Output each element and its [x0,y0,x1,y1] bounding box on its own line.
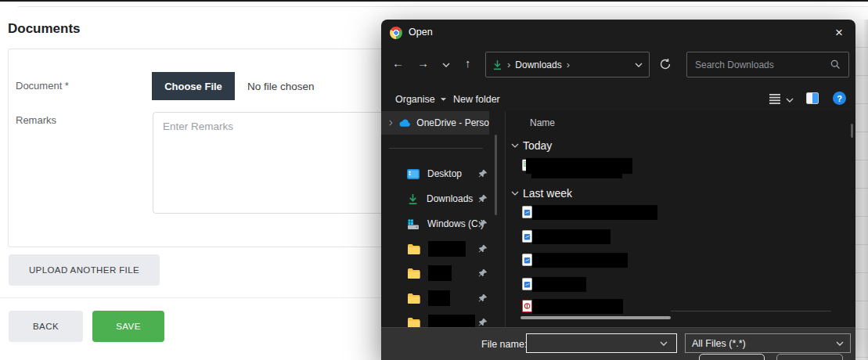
page-title: Documents [8,21,81,37]
redacted-file-name [532,253,628,268]
sidebar-separator [505,111,506,327]
horizontal-scrollbar[interactable] [520,316,671,319]
downloads-crumb-icon [492,59,502,70]
dialog-title: Open [409,27,433,38]
search-placeholder: Search Downloads [695,59,830,70]
file-name-chevron-icon[interactable] [660,341,668,346]
sidebar-item-folder[interactable] [381,239,505,258]
pin-icon [478,169,488,178]
document-field-label: Document * [16,80,69,92]
background-table-edge [855,20,868,360]
chrome-icon [390,27,402,39]
group-chevron-icon[interactable] [511,191,519,196]
pin-icon [478,194,488,203]
redacted-file-name [532,205,657,220]
remarks-field-label: Remarks [16,114,56,126]
help-icon[interactable]: ? [833,92,846,105]
onedrive-cloud-icon [399,118,411,128]
redacted-file-name [532,229,610,244]
sidebar-item-folder[interactable] [381,289,505,308]
file-row[interactable] [522,254,532,269]
file-type-select[interactable]: All Files (*.*) [685,333,851,353]
up-nav-icon[interactable]: ↑ [465,57,471,69]
breadcrumb-downloads[interactable]: Downloads [515,59,561,70]
sidebar-item-label: Desktop [427,168,462,179]
open-file-dialog: Open × ← → ↑ › Downloads › Search Downlo… [381,20,855,360]
sidebar-item-label: OneDrive - Perso [416,117,489,128]
pin-icon [478,244,488,254]
search-box[interactable]: Search Downloads [686,52,849,77]
organise-label: Organise [395,94,435,105]
folder-icon [407,293,420,304]
group-chevron-icon[interactable] [511,143,519,148]
preview-pane-icon[interactable] [806,92,819,104]
document-file-icon [522,206,532,218]
file-row[interactable] [522,278,532,293]
refresh-icon[interactable] [659,58,672,70]
chevron-right-icon[interactable] [389,119,393,127]
pin-icon [478,219,488,229]
top-border-line [0,0,868,2]
save-button[interactable]: SAVE [92,311,164,342]
new-folder-button[interactable]: New folder [453,94,500,105]
forward-nav-icon[interactable]: → [417,57,429,69]
file-row[interactable] [522,300,532,315]
choose-file-button[interactable]: Choose File [152,72,235,100]
view-mode-chevron-icon[interactable] [786,98,794,103]
group-last-week[interactable]: Last week [523,187,572,200]
file-type-value: All Files (*.*) [692,338,746,349]
sidebar-item-windows-c[interactable]: Windows (C:) [381,214,505,233]
screen: Documents Document * Choose File No file… [0,0,868,360]
redacted-file-name [532,299,623,314]
file-row[interactable] [522,206,532,221]
file-name-input[interactable] [526,333,677,353]
redacted-folder-name [428,265,452,281]
sidebar-scrollbar[interactable] [495,135,497,215]
breadcrumb-separator: › [507,59,510,70]
back-button[interactable]: BACK [9,311,83,342]
file-type-chevron-icon [836,341,844,346]
open-button[interactable] [699,354,765,360]
group-today[interactable]: Today [523,139,552,152]
view-mode-icon[interactable] [769,93,780,104]
sidebar-item-label: Windows (C:) [427,218,484,229]
pin-icon [478,318,488,327]
organise-menu[interactable]: Organise [395,94,447,105]
folder-icon [407,268,420,279]
sidebar-item-label: Downloads [427,193,473,204]
sidebar-item-desktop[interactable]: Desktop [381,164,505,183]
redacted-folder-name [428,241,466,257]
desktop-icon [407,169,420,179]
pin-icon [478,268,488,278]
sidebar-item-folder[interactable] [381,264,505,283]
search-icon [830,59,841,70]
pdf-file-icon [522,300,532,312]
redacted-file-name [526,158,632,174]
recent-locations-chevron-icon[interactable] [442,63,450,67]
pin-icon [478,293,488,303]
folder-icon [407,317,420,328]
file-list-scrollbar[interactable] [851,124,853,138]
upload-another-file-button[interactable]: UPLOAD ANOTHER FILE [9,254,160,286]
breadcrumb-separator: › [567,59,570,70]
list-bottom-line [671,311,831,311]
folder-icon [407,243,420,254]
column-header-name[interactable]: Name [530,117,555,128]
address-dropdown-chevron-icon[interactable] [635,63,643,67]
back-nav-icon[interactable]: ← [392,57,404,69]
file-row[interactable] [522,230,532,246]
download-icon [407,193,419,205]
address-bar[interactable]: › Downloads › [485,52,650,77]
document-file-icon [522,278,532,290]
dialog-footer: File name: All Files (*.*) [381,327,855,360]
top-rule [18,6,868,7]
redacted-file-name [532,277,586,292]
organise-chevron-icon [440,97,447,102]
close-icon[interactable]: × [830,23,848,41]
cancel-button[interactable] [776,354,843,360]
sidebar-divider [389,148,483,149]
sidebar-item-onedrive[interactable]: OneDrive - Perso [381,111,489,135]
sidebar-item-downloads[interactable]: Downloads [381,189,505,208]
redacted-file-name [531,174,622,178]
file-name-label: File name: [481,339,527,350]
